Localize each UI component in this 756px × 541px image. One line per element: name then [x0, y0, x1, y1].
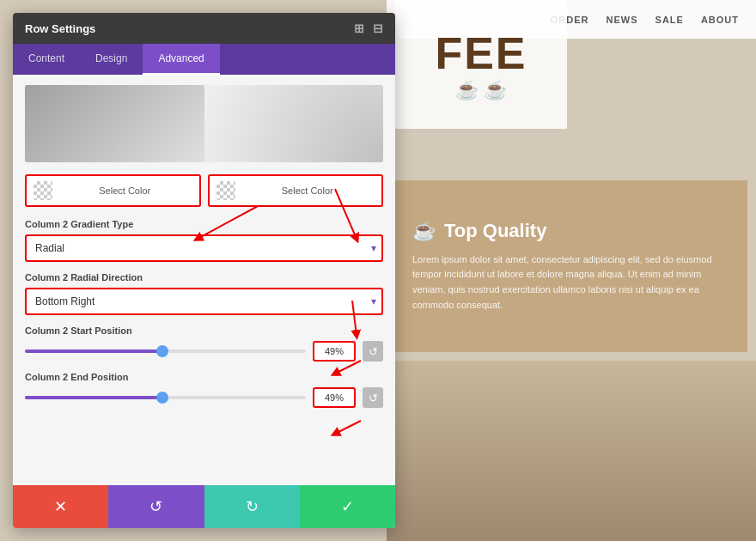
end-position-thumb[interactable] — [156, 392, 168, 404]
bg-content-title: ☕ Top Quality — [412, 220, 722, 242]
nav-news: NEWS — [607, 15, 638, 25]
end-position-section: Column 2 End Position ↺ — [25, 372, 383, 408]
cup-icon: ☕ — [412, 220, 436, 242]
row-settings-panel: Row Settings ⊞ ⊟ Content Design Advanced… — [13, 13, 395, 528]
expand-icon[interactable]: ⊞ — [354, 21, 364, 35]
preview-right — [204, 85, 384, 162]
start-position-row: ↺ — [25, 341, 383, 362]
color-checkerboard-2 — [216, 181, 235, 200]
preview-left — [25, 85, 204, 162]
start-position-section: Column 2 Start Position ↺ — [25, 325, 383, 362]
start-position-reset-btn[interactable]: ↺ — [363, 341, 383, 362]
color-label-1: Select Color — [58, 185, 192, 196]
panel-header: Row Settings ⊞ ⊟ — [13, 13, 395, 44]
color-checkerboard-1 — [34, 181, 52, 200]
start-position-thumb[interactable] — [156, 345, 168, 357]
gradient-type-select[interactable]: Linear Radial Circular Conic — [25, 234, 383, 262]
color-select-btn-2[interactable]: Select Color — [208, 174, 384, 207]
tab-advanced[interactable]: Advanced — [143, 44, 219, 75]
end-position-input[interactable] — [313, 387, 356, 408]
gradient-type-wrapper: Linear Radial Circular Conic ▾ — [25, 234, 383, 262]
panel-header-icons: ⊞ ⊟ — [354, 21, 383, 35]
cancel-button[interactable]: ✕ — [13, 485, 108, 528]
panel-tabs: Content Design Advanced — [13, 44, 395, 75]
start-position-label: Column 2 Start Position — [25, 325, 383, 336]
undo-button[interactable]: ↺ — [108, 485, 204, 528]
bg-bottom-image — [387, 361, 756, 541]
end-position-reset-btn[interactable]: ↺ — [363, 387, 383, 408]
color-selector-row: Select Color Select Color — [25, 174, 383, 207]
redo-button[interactable]: ↻ — [204, 485, 300, 528]
bg-logo: FEE ☕ ☕ — [395, 0, 567, 129]
gradient-preview — [25, 85, 383, 162]
bg-content-text: Lorem ipsum dolor sit amet, consectetur … — [412, 252, 722, 313]
radial-direction-select[interactable]: Top Left Top Center Top Right Center Lef… — [25, 288, 383, 315]
start-position-input[interactable] — [313, 341, 356, 362]
confirm-button[interactable]: ✓ — [300, 485, 395, 528]
logo-text: FEE — [435, 27, 527, 79]
end-position-track[interactable] — [25, 396, 306, 399]
panel-footer: ✕ ↺ ↻ ✓ — [13, 485, 395, 528]
end-position-row: ↺ — [25, 387, 383, 408]
radial-direction-wrapper: Top Left Top Center Top Right Center Lef… — [25, 288, 383, 315]
color-select-btn-1[interactable]: Select Color — [25, 174, 201, 207]
nav-about: ABOUT — [701, 15, 739, 25]
panel-title: Row Settings — [25, 22, 95, 35]
radial-direction-label: Column 2 Radial Direction — [25, 272, 383, 283]
start-position-track[interactable] — [25, 350, 306, 353]
tab-content[interactable]: Content — [13, 44, 80, 75]
gradient-type-label: Column 2 Gradient Type — [25, 219, 383, 229]
tab-design[interactable]: Design — [80, 44, 143, 75]
logo-icons: ☕ ☕ — [455, 79, 507, 101]
end-position-label: Column 2 End Position — [25, 372, 383, 382]
nav-sale: SALE — [655, 15, 684, 25]
start-position-fill — [25, 350, 162, 353]
panel-body: Select Color Select Color Column 2 Gradi… — [13, 75, 395, 485]
end-position-fill — [25, 396, 162, 399]
columns-icon[interactable]: ⊟ — [373, 21, 383, 35]
bg-content-card: ☕ Top Quality Lorem ipsum dolor sit amet… — [387, 180, 747, 352]
color-label-2: Select Color — [241, 185, 375, 196]
